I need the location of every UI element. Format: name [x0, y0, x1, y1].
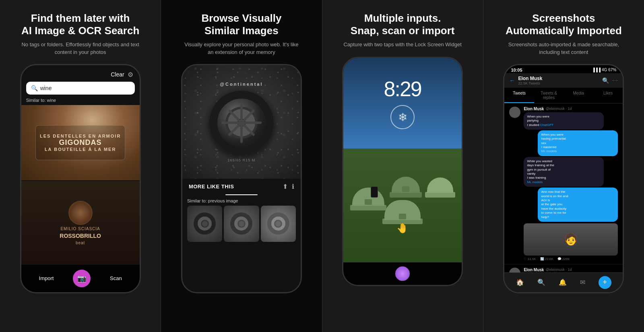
signal-icon: ▐▐▐ [592, 68, 601, 72]
like-count: ♡ 11.4K [524, 257, 536, 261]
phone-mockup-1: Clear ⚙ 🔍 wine Similar to: wine LES DENT… [20, 64, 141, 293]
tire-size-label: 165/65 R15 M [228, 158, 256, 162]
panel-1-subtitle: No tags or folders. Effortlessly find ob… [20, 41, 141, 56]
panel-3-subtitle: Capture with two taps with the Lock Scre… [343, 41, 461, 48]
retweet-count: 🔄 22.8K [540, 257, 553, 261]
panel-ai-search: Find them later with AI Image & OCR Sear… [0, 0, 161, 332]
tab-likes[interactable]: Likes [593, 88, 623, 103]
wifi-icon: 4G [602, 68, 607, 72]
reply-count: 💬 226K [557, 257, 570, 261]
camera-button[interactable]: 📷 [73, 270, 91, 287]
camera-icon: 📷 [77, 274, 86, 283]
gear-icon[interactable]: ⚙ [128, 71, 133, 78]
tweet-name-1: Elon Musk [524, 107, 544, 111]
share-icon[interactable]: ⬆ [283, 183, 288, 190]
status-bar: 10:05 ▐▐▐ 4G 67% [504, 65, 623, 73]
lock-widget: ❄ [390, 105, 415, 129]
bubble-1: When you werepartyingI studied ChatGPT [524, 112, 604, 130]
panel-2-subtitle: Visually explore your personal photo web… [181, 41, 302, 56]
tweet-name-2: Elon Musk [524, 268, 544, 272]
phone-mockup-4: 10:05 ▐▐▐ 4G 67% ← Elon Musk 22.5K Tweet… [503, 64, 624, 293]
bubble-4: And now that theworld is on fire andAGI … [538, 188, 618, 222]
tweet-content-1: Elon Musk @elonmusk · 1d When you werepa… [524, 107, 618, 261]
profile-search-icon[interactable]: 🔍 [602, 77, 609, 84]
home-icon[interactable]: 🏠 [516, 278, 524, 286]
panel-multiple-inputs: Multiple inputs. Snap, scan or import Ca… [322, 0, 483, 332]
bubble-3: While you wasteddays training at thegym … [524, 157, 604, 187]
hand-icon: 🤚 [396, 223, 409, 234]
tab-media[interactable]: Media [564, 88, 593, 103]
tire-thumb-3[interactable] [261, 206, 296, 242]
tweet-item-2: Elon Musk @elonmusk · 1d Actual base lev… [504, 264, 623, 272]
more-options-icon[interactable]: ⋯ [612, 77, 618, 84]
panel-3-title: Multiple inputs. Snap, scan or import [351, 12, 455, 37]
bubble-2: When you werehaving premaritalsexI maste… [538, 130, 618, 156]
wine-photo-1: LES DENTELLES EN ARMOIR GIGONDAS LA BOUT… [21, 105, 140, 181]
search-icon-footer[interactable]: 🔍 [537, 278, 545, 286]
tire-brand-text: @Continental [220, 82, 263, 87]
wine2-name: ROSSOBRILLO [60, 233, 101, 239]
hat-item-3 [425, 177, 455, 198]
tab-tweets[interactable]: Tweets [504, 88, 534, 103]
panel-4-subtitle: Screenshots auto-imported & made searcha… [503, 41, 624, 56]
person-icon: 🧑 [564, 233, 578, 246]
tab-replies[interactable]: Tweets & replies [534, 88, 564, 103]
back-button[interactable]: ← [509, 77, 515, 84]
similar-label: Similar to: wine [21, 98, 140, 105]
phone-2-controls: MORE LIKE THIS ⬆ ℹ [182, 179, 301, 194]
wine1-top-text: LES DENTELLES EN ARMOIR [40, 134, 121, 138]
search-icon: 🔍 [31, 85, 38, 91]
progress-indicator [225, 194, 258, 195]
search-bar[interactable]: 🔍 wine [26, 82, 135, 95]
battery-icon: 67% [608, 68, 616, 72]
tweet-avatar-1 [509, 107, 520, 118]
wine1-sub-text: LA BOUTEILLE À LA MER [40, 147, 121, 152]
info-icon[interactable]: ℹ [292, 183, 294, 190]
purple-dot-indicator [395, 266, 410, 281]
phone-mockup-2: @Continental 165/65 R15 M [181, 64, 302, 293]
tweet-image-1: 🧑 [524, 223, 618, 256]
tire-main-photo: @Continental 165/65 R15 M [182, 65, 301, 179]
wine-photo-2: EMILIO SCIASCIA ROSSOBRILLO beat [21, 181, 140, 265]
phone-4-footer: 🏠 🔍 🔔 ✉ + [504, 272, 623, 292]
lock-screen: ... 8:29 ❄ [343, 58, 462, 149]
tire-thumb-2[interactable] [224, 206, 259, 242]
panel-screenshots: Screenshots Automatically Imported Scree… [483, 0, 644, 332]
tire-visual [209, 91, 274, 155]
wine1-main-text: GIGONDAS [40, 138, 121, 147]
bell-icon[interactable]: 🔔 [559, 278, 567, 286]
hand-hat-display: 🤚 [382, 200, 423, 234]
panel-4-title: Screenshots Automatically Imported [506, 12, 622, 37]
profile-nav-area: ← Elon Musk 22.5K Tweets 🔍 ⋯ [504, 73, 623, 88]
similar-to-label: Similar to: previous image [182, 198, 301, 206]
status-icons: ▐▐▐ 4G 67% [592, 68, 617, 72]
clear-button[interactable]: Clear [111, 71, 124, 78]
import-button[interactable]: Import [39, 275, 54, 281]
tweet-item-1: Elon Musk @elonmusk · 1d When you werepa… [504, 103, 623, 264]
phone-3-footer [343, 262, 462, 285]
search-input-value: wine [40, 85, 52, 91]
panel-browse-similar: Browse Visually Similar Images Visually … [161, 0, 322, 332]
lock-time-display: 8:29 [384, 77, 421, 101]
more-like-this-label: MORE LIKE THIS [189, 184, 234, 190]
new-tweet-button[interactable]: + [599, 276, 611, 289]
scan-button[interactable]: Scan [110, 275, 122, 281]
hat-item-2 [390, 177, 422, 198]
tweet-handle-1: @elonmusk · 1d [545, 107, 572, 111]
tire-thumb-1[interactable] [187, 206, 222, 242]
tweets-count: 22.5K Tweets [518, 81, 602, 85]
mail-icon[interactable]: ✉ [580, 278, 585, 286]
hat-item-1 [350, 188, 386, 198]
tweet-avatar-2 [509, 268, 520, 272]
panel-2-title: Browse Visually Similar Images [201, 12, 281, 37]
tweet-handle-2: @elonmusk · 1d [545, 268, 572, 272]
profile-name-header: Elon Musk [518, 76, 602, 81]
panel-1-title: Find them later with AI Image & OCR Sear… [21, 12, 139, 37]
status-time: 10:05 [511, 68, 522, 72]
phone-mockup-3: ... 8:29 ❄ [342, 57, 463, 286]
tweet-content-2: Elon Musk @elonmusk · 1d Actual base lev… [524, 268, 618, 272]
tweets-list: Elon Musk @elonmusk · 1d When you werepa… [504, 103, 623, 272]
tire-thumbnails [182, 206, 301, 242]
wine2-brand: EMILIO SCIASCIA [60, 227, 100, 231]
product-area: 🤚 [343, 148, 462, 262]
